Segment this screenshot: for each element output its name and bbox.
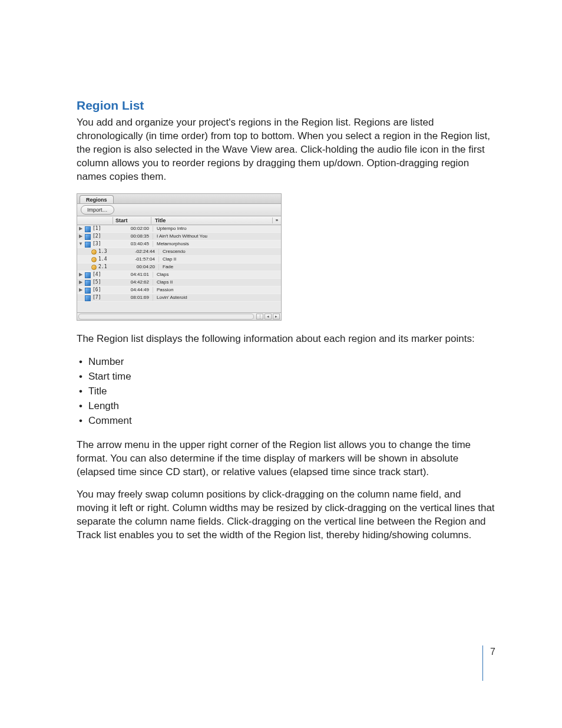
column-header-title[interactable]: Title: [151, 217, 272, 224]
audio-file-icon[interactable]: [84, 225, 91, 232]
region-title: Lovin' Asteroid: [153, 295, 281, 301]
region-start-time: 08:01:69: [114, 295, 153, 301]
region-start-time: 04:44:49: [114, 287, 153, 294]
expand-toggle-icon[interactable]: ▼: [77, 241, 84, 248]
region-row[interactable]: ▶[5]04:42:62Claps II: [77, 279, 281, 286]
region-number: [7]: [91, 295, 114, 301]
audio-file-icon[interactable]: [84, 286, 91, 294]
region-start-time: 04:42:62: [114, 279, 153, 286]
region-title: I Ain't Much Without You: [153, 233, 281, 240]
expand-toggle-icon[interactable]: ▶: [77, 287, 84, 294]
region-row[interactable]: ▶[4]04:41:01Claps: [77, 271, 281, 279]
region-number: [1]: [91, 226, 114, 232]
region-row[interactable]: 1.4-01:57:04Clap II: [77, 256, 281, 263]
region-row[interactable]: [7]08:01:69Lovin' Asteroid: [77, 294, 281, 302]
region-row[interactable]: 1.3-02:24:44Crescendo: [77, 248, 281, 256]
column-header-start[interactable]: Start: [113, 217, 151, 224]
marker-icon[interactable]: [90, 256, 97, 263]
bullet-item: Title: [82, 385, 495, 398]
region-title: Clap II: [158, 256, 281, 263]
arrow-menu-paragraph: The arrow menu in the upper right corner…: [77, 439, 495, 479]
region-start-time: 00:04:20: [120, 264, 158, 271]
region-number: 2.1: [97, 264, 120, 271]
toolbar-row: Import…: [77, 204, 281, 216]
intro-paragraph: You add and organize your project's regi…: [77, 116, 495, 184]
info-bullet-list: NumberStart timeTitleLengthComment: [77, 355, 495, 428]
expand-toggle-icon[interactable]: ▶: [77, 226, 84, 232]
audio-file-icon[interactable]: [84, 271, 91, 278]
horizontal-scrollbar[interactable]: [78, 314, 254, 319]
section-heading: Region List: [77, 97, 495, 114]
audio-file-icon[interactable]: [84, 294, 91, 301]
column-swap-paragraph: You may freely swap column positions by …: [77, 488, 495, 542]
region-number: [3]: [91, 241, 114, 248]
region-start-time: 00:02:00: [114, 226, 153, 232]
region-start-time: -01:57:04: [120, 256, 158, 263]
expand-toggle-icon[interactable]: ▶: [77, 279, 84, 286]
info-paragraph: The Region list displays the following i…: [77, 332, 495, 346]
bullet-item: Comment: [82, 414, 495, 428]
scroll-left-button[interactable]: ◂: [265, 314, 272, 319]
region-title: Claps II: [153, 279, 281, 286]
region-number: [5]: [91, 279, 114, 286]
region-number: 1.3: [97, 249, 120, 255]
region-title: Fade: [158, 264, 281, 271]
region-number: 1.4: [97, 256, 120, 263]
region-title: Crescendo: [158, 249, 281, 255]
region-start-time: 00:08:35: [114, 233, 153, 240]
region-row[interactable]: 2.100:04:20Fade: [77, 263, 281, 271]
region-row[interactable]: ▶[1]00:02:00Uptempo Intro: [77, 225, 281, 233]
region-number: [4]: [91, 272, 114, 278]
region-title: Passion: [153, 287, 281, 294]
region-row[interactable]: ▶[2]00:08:35I Ain't Much Without You: [77, 233, 281, 241]
region-title: Claps: [153, 272, 281, 278]
region-number: [6]: [91, 287, 114, 294]
expand-toggle-icon[interactable]: ▶: [77, 233, 84, 240]
scroll-footer: ⋮ ◂ ▸: [77, 312, 281, 320]
arrow-menu-button[interactable]: »: [272, 218, 281, 224]
scroll-right-button[interactable]: ▸: [273, 314, 280, 319]
audio-file-icon[interactable]: [84, 279, 91, 286]
column-header-row: Start Title »: [77, 216, 281, 225]
region-rows-container: ▶[1]00:02:00Uptempo Intro▶[2]00:08:35I A…: [77, 225, 281, 312]
region-start-time: 03:40:45: [114, 241, 153, 248]
audio-file-icon[interactable]: [84, 233, 91, 240]
region-title: Uptempo Intro: [153, 226, 281, 232]
tab-row: Regions: [77, 194, 281, 204]
scroll-grip-icon[interactable]: ⋮: [256, 314, 263, 319]
region-row[interactable]: ▶[6]04:44:49Passion: [77, 286, 281, 294]
region-row[interactable]: ▼[3]03:40:45Metamorphosis: [77, 241, 281, 248]
audio-file-icon[interactable]: [84, 241, 91, 248]
bullet-item: Start time: [82, 370, 495, 384]
region-start-time: -02:24:44: [120, 249, 158, 255]
region-title: Metamorphosis: [153, 241, 281, 248]
marker-icon[interactable]: [90, 248, 97, 255]
region-start-time: 04:41:01: [114, 272, 153, 278]
page-number: 7: [482, 645, 495, 681]
bullet-item: Number: [82, 355, 495, 369]
region-number: [2]: [91, 233, 114, 240]
regions-panel: Regions Import… Start Title » ▶[1]00:02:…: [77, 193, 282, 321]
tab-regions[interactable]: Regions: [80, 195, 114, 203]
marker-icon[interactable]: [90, 263, 97, 271]
expand-toggle-icon[interactable]: ▶: [77, 272, 84, 278]
bullet-item: Length: [82, 400, 495, 413]
import-button[interactable]: Import…: [81, 205, 114, 215]
